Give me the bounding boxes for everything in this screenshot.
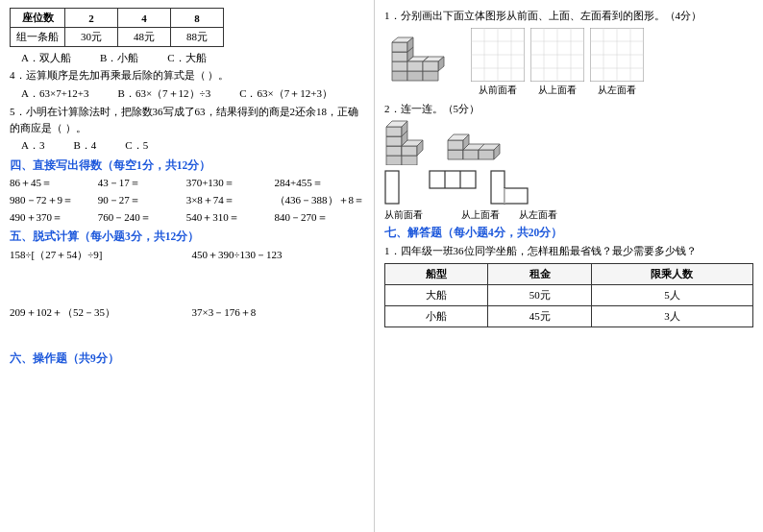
connect-3d-2 (446, 119, 502, 167)
svg-marker-0 (392, 71, 407, 81)
expr-0: 158÷[（27＋54）÷9] (10, 248, 183, 286)
left-view-box: 从左面看 (590, 28, 644, 97)
calc-8: 490＋370＝ (10, 210, 93, 225)
svg-rect-69 (491, 171, 505, 204)
answer-boat-table: 船型 租金 限乘人数 大船 50元 5人 小船 45元 3人 (384, 263, 753, 327)
expression-grid: 158÷[（27＋54）÷9] 450＋390÷130－123 209＋102＋… (10, 248, 364, 344)
svg-marker-4 (392, 52, 407, 61)
calc-2: 370+130＝ (186, 176, 270, 190)
calc-11: 840－270＝ (275, 210, 365, 225)
q5-opt-b: B．4 (73, 137, 96, 154)
expr-3: 37×3－176＋8 (192, 305, 365, 344)
svg-marker-53 (448, 150, 463, 159)
top-view-box: 从上面看 (530, 28, 584, 97)
ans-table-h-cap: 限乘人数 (591, 263, 752, 284)
ans-table-small-rent: 45元 (488, 305, 591, 326)
svg-marker-44 (402, 146, 417, 156)
section-7-title: 七、解答题（每小题4分，共20分） (384, 226, 753, 240)
left-column: 座位数 2 4 8 组一条船 30元 48元 88元 A．双人船 B．小船 C．… (0, 0, 375, 532)
table-header-4: 4 (118, 9, 171, 28)
svg-marker-39 (386, 156, 402, 165)
ans-table-big-cap: 5人 (591, 284, 752, 305)
q5-options: A．3 B．4 C．5 (21, 137, 364, 154)
q4-opt-a: A．63×7+12+3 (21, 85, 89, 102)
front-view-label: 从前面看 (479, 84, 517, 97)
q4-opt-c: C．63×（7＋12+3） (239, 85, 332, 102)
section-4-title: 四、直接写出得数（每空1分，共12分） (10, 158, 364, 173)
ans-table-small: 小船 (385, 305, 488, 326)
svg-marker-62 (448, 140, 463, 150)
svg-marker-7 (392, 42, 407, 52)
svg-marker-14 (423, 71, 438, 81)
calc-1: 43－17＝ (98, 176, 182, 190)
right-column: 1．分别画出下面立体图形从前面、上面、左面看到的图形。（4分） (375, 0, 763, 532)
q4-text: 4．运算顺序是先加再乘最后除的算式是（ ）。 (10, 69, 229, 81)
q5-opt-a: A．3 (21, 137, 44, 154)
calc-10: 540＋310＝ (186, 210, 270, 225)
table-header-2: 2 (65, 9, 118, 28)
connect-2d-left (490, 170, 529, 206)
option-c-boat: C．大船 (167, 51, 206, 65)
question-4: 4．运算顺序是先加再乘最后除的算式是（ ）。 A．63×7+12+3 B．63×… (10, 67, 364, 101)
svg-marker-59 (479, 150, 494, 159)
calc-9: 760－240＝ (98, 210, 182, 225)
option-a-boat: A．双人船 (21, 51, 71, 65)
ans-table-small-cap: 3人 (591, 305, 752, 326)
table-row-30: 30元 (65, 28, 118, 47)
table-header-seats: 座位数 (11, 9, 65, 28)
q7-1-text: 1．四年级一班36位同学坐船，怎样租船最省钱？最少需要多少钱？ (384, 243, 753, 259)
connect-2d-front (384, 170, 415, 206)
ans-table-h-type: 船型 (385, 263, 488, 284)
options-abc: A．双人船 B．小船 C．大船 (21, 51, 364, 65)
svg-marker-47 (386, 136, 402, 146)
svg-rect-66 (430, 171, 476, 188)
front-view-box: 从前面看 (471, 28, 525, 97)
svg-marker-10 (407, 71, 423, 81)
expr-2: 209＋102＋（52－35） (10, 305, 183, 344)
svg-marker-40 (386, 146, 402, 156)
3d-blocks-figure (384, 28, 461, 92)
connect-label-left: 从左面看 (519, 208, 557, 222)
ans-table-big: 大船 (385, 284, 488, 305)
table-header-8: 8 (171, 9, 224, 28)
calc-7: （436－388）＋8＝ (275, 193, 365, 207)
svg-rect-65 (385, 171, 399, 204)
boat-price-table: 座位数 2 4 8 组一条船 30元 48元 88元 (10, 8, 224, 47)
svg-marker-43 (402, 156, 417, 165)
svg-marker-3 (392, 61, 407, 71)
section-5-title: 五、脱式计算（每小题3分，共12分） (10, 230, 364, 244)
calc-6: 3×8＋74＝ (186, 193, 270, 207)
question-5: 5．小明在计算除法时，把除数36写成了63，结果得到的商是2还余18，正确的商应… (10, 104, 364, 154)
connect-2d-top (429, 170, 477, 191)
q5-opt-c: C．5 (125, 137, 148, 154)
ans-table-big-rent: 50元 (488, 284, 591, 305)
section-6-title: 六、操作题（共9分） (10, 351, 364, 366)
page: 座位数 2 4 8 组一条船 30元 48元 88元 A．双人船 B．小船 C．… (0, 0, 763, 532)
left-view-label: 从左面看 (598, 84, 636, 97)
connect-label-front: 从前面看 (384, 208, 423, 222)
q4-options: A．63×7+12+3 B．63×（7＋12）÷3 C．63×（7＋12+3） (21, 85, 364, 102)
svg-marker-56 (463, 150, 479, 159)
calc-0: 86＋45＝ (10, 176, 93, 190)
ans-table-h-rent: 租金 (488, 263, 591, 284)
calc-grid: 86＋45＝ 43－17＝ 370+130＝ 284+455＝ 980－72＋9… (10, 176, 364, 225)
q1-text: 1．分别画出下面立体图形从前面、上面、左面看到的图形。（4分） (384, 8, 753, 24)
table-row-48: 48元 (118, 28, 171, 47)
svg-marker-50 (386, 127, 402, 136)
calc-4: 980－72＋9＝ (10, 193, 93, 207)
option-b-boat: B．小船 (100, 51, 138, 65)
q2-text: 2．连一连。（5分） (384, 101, 753, 117)
connect-label-top: 从上面看 (461, 208, 500, 222)
expr-1: 450＋390÷130－123 (192, 248, 365, 286)
svg-marker-17 (423, 61, 438, 71)
q4-opt-b: B．63×（7＋12）÷3 (118, 85, 211, 102)
q5-text: 5．小明在计算除法时，把除数36写成了63，结果得到的商是2还余18，正确的商应… (10, 106, 358, 133)
svg-marker-13 (407, 61, 423, 71)
connect-3d-1 (384, 119, 440, 167)
svg-rect-70 (505, 188, 528, 204)
top-view-label: 从上面看 (538, 84, 577, 97)
table-row-label: 组一条船 (11, 28, 65, 47)
table-row-88: 88元 (171, 28, 224, 47)
calc-5: 90－27＝ (98, 193, 182, 207)
calc-3: 284+455＝ (275, 176, 365, 190)
